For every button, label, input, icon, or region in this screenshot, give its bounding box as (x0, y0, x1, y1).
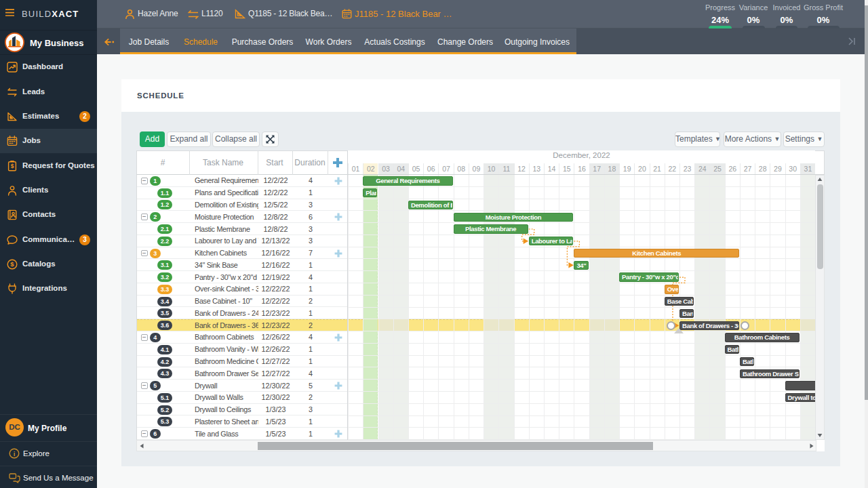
svg-text:$: $ (10, 260, 14, 268)
svg-text:$: $ (11, 163, 14, 169)
svg-text:i: i (14, 450, 16, 458)
